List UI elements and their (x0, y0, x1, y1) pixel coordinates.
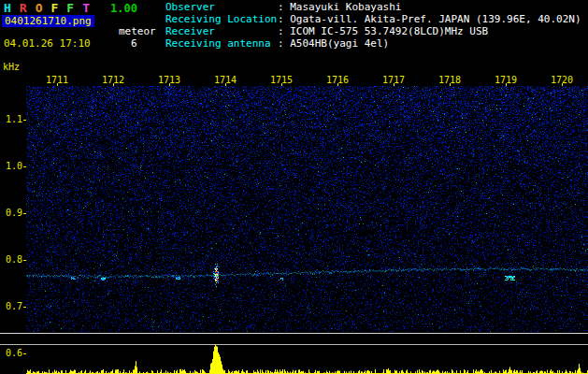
title-letter: R (20, 1, 27, 15)
info-label: Observer (165, 1, 278, 13)
freq-label: 0.7 (0, 301, 22, 311)
spectrogram-canvas (26, 86, 588, 332)
title-letter: T (82, 1, 90, 15)
info-colon: : (278, 13, 290, 25)
freq-label: 1.0 (0, 161, 22, 171)
title-letter: F (50, 1, 58, 15)
title-letter: H (4, 1, 11, 15)
app-version: 1.00 (110, 2, 137, 15)
meteor-count: 6 (131, 37, 137, 50)
title-letter: O (36, 1, 43, 15)
meteor-label: meteor (119, 25, 156, 37)
info-label: Receiving antenna (165, 37, 278, 50)
freq-unit-label: kHz (3, 62, 20, 72)
info-value: ICOM IC-575 53.7492(8LCD)MHz USB (290, 25, 488, 37)
info-table: Observer: Masayuki KobayashiReceiving Lo… (165, 1, 581, 50)
freq-label: 0.9 (0, 208, 22, 218)
app-title: HROFFT (4, 1, 98, 15)
info-row: Receiving Location: Ogata-vill. Akita-Pr… (165, 13, 581, 25)
info-label: Receiver (165, 25, 278, 37)
info-value: A504HB(yagi 4el) (290, 37, 389, 50)
info-row: Receiver: ICOM IC-575 53.7492(8LCD)MHz U… (165, 25, 581, 37)
info-value: Masayuki Kobayashi (290, 1, 401, 13)
filename-badge: 0401261710.png (2, 15, 94, 27)
datetime: 04.01.26 17:10 (4, 37, 91, 50)
freq-label: 1.1 (0, 114, 22, 124)
info-row: Receiving antenna: A504HB(yagi 4el) (165, 37, 581, 50)
signal-meter-canvas (26, 334, 588, 374)
info-colon: : (278, 37, 290, 50)
title-letter: F (66, 1, 74, 15)
info-colon: : (278, 1, 290, 13)
freq-label: 0.6 (0, 348, 22, 358)
info-value: Ogata-vill. Akita-Pref. JAPAN (139.96E, … (290, 13, 581, 25)
info-label: Receiving Location (165, 13, 278, 25)
info-colon: : (278, 25, 290, 37)
hrofft-screen: HROFFT 1.00 0401261710.png meteor 6 04.0… (0, 0, 588, 374)
info-row: Observer: Masayuki Kobayashi (165, 1, 581, 13)
freq-label: 0.8 (0, 254, 22, 265)
